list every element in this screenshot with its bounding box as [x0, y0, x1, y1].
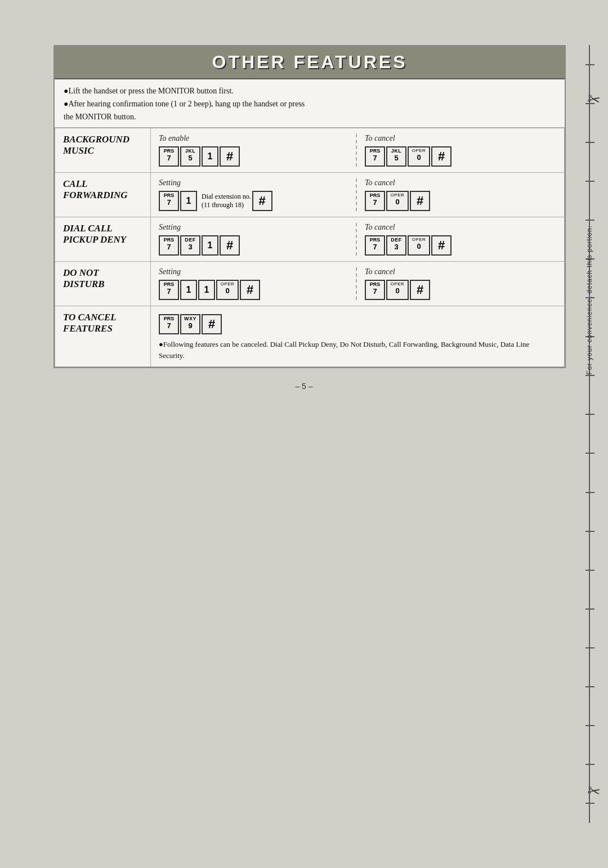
- feature-content-bg-music: To enable PRS7 JKL5 1 #: [151, 128, 565, 173]
- bg-music-enable-col: To enable PRS7 JKL5 1 #: [159, 134, 357, 167]
- feature-content-dial-call-pickup: Setting PRS7 DEF3 1 #: [151, 217, 565, 262]
- dial-call-setting-col: Setting PRS7 DEF3 1 #: [159, 223, 357, 256]
- key-prs-dnd-cancel: PRS7: [365, 280, 385, 300]
- feature-name-cancel-features: TO CANCEL FEATURES: [55, 306, 151, 367]
- bg-music-enable-sequence: PRS7 JKL5 1 #: [159, 146, 350, 167]
- right-dashes: [585, 45, 592, 823]
- key-oper-dc-cancel: OPER0: [408, 235, 430, 256]
- feature-name-bg-music: BACKGROUND MUSIC: [55, 128, 151, 173]
- key-oper-cf-cancel: OPER0: [386, 191, 409, 211]
- key-prs-dc-cancel: PRS7: [365, 235, 385, 256]
- dnd-dual-col: Setting PRS7 1 1 OPER0 #: [159, 267, 556, 300]
- dial-call-cancel-col: To cancel PRS7 DEF3 OPER0: [357, 223, 556, 256]
- key-prs-dnd-setting: PRS7: [159, 280, 179, 300]
- bg-music-dual-col: To enable PRS7 JKL5 1 #: [159, 134, 556, 167]
- key-1-cf-setting: 1: [180, 191, 197, 211]
- table-row-dial-call-pickup: DIAL CALL PICKUP DENY Setting PRS7 DEF3: [55, 217, 565, 262]
- key-prs-bg-enable: PRS7: [159, 146, 179, 167]
- feature-content-call-fwd: Setting PRS7 1 Dial extension no. (11 th…: [151, 173, 565, 217]
- call-fwd-cancel-sequence: PRS7 OPER0 #: [365, 191, 556, 211]
- intro-line1: ●Lift the handset or press the MONITOR b…: [64, 85, 556, 97]
- key-oper-dnd-setting: OPER0: [216, 280, 239, 300]
- call-fwd-setting-label: Setting: [159, 178, 350, 187]
- key-prs-bg-cancel: PRS7: [365, 146, 385, 167]
- dial-call-setting-label: Setting: [159, 223, 350, 232]
- feature-name-do-not-disturb: DO NOT DISTURB: [55, 262, 151, 306]
- call-fwd-cancel-col: To cancel PRS7 OPER0 #: [357, 178, 556, 211]
- dial-call-dual-col: Setting PRS7 DEF3 1 #: [159, 223, 556, 256]
- table-row-do-not-disturb: DO NOT DISTURB Setting PRS7 1 1: [55, 262, 565, 306]
- detach-text: For your convenience, detach this portio…: [585, 225, 608, 374]
- bg-music-cancel-sequence: PRS7 JKL5 OPER0 #: [365, 146, 556, 167]
- call-fwd-setting-sequence: PRS7 1 Dial extension no. (11 through 18…: [159, 191, 350, 211]
- key-1-bg-enable: 1: [202, 146, 218, 167]
- cancel-features-bullet: ●Following features can be canceled. Dia…: [159, 339, 556, 361]
- table-row-cancel-features: TO CANCEL FEATURES PRS7 WXY9 # ●Followin…: [55, 306, 565, 367]
- features-table: BACKGROUND MUSIC To enable PRS7 JKL5: [55, 128, 565, 367]
- feature-name-dial-call-pickup: DIAL CALL PICKUP DENY: [55, 217, 151, 262]
- key-prs-cf-cancel: PRS7: [365, 191, 385, 211]
- page-container: ✂ ✂ For your convenience, detach this po…: [0, 0, 608, 868]
- key-hash-cf-setting: #: [252, 191, 272, 211]
- dial-ext-desc: Dial extension no. (11 through 18): [202, 193, 251, 209]
- key-hash-bg-enable: #: [220, 146, 240, 167]
- key-jkl-bg-cancel: JKL5: [386, 146, 406, 167]
- key-hash-bg-cancel: #: [431, 146, 451, 167]
- feature-content-cancel-features: PRS7 WXY9 # ●Following features can be c…: [151, 306, 565, 367]
- key-oper-bg-cancel: OPER0: [408, 146, 430, 167]
- key-jkl-bg-enable: JKL5: [180, 146, 200, 167]
- key-hash-dc-setting: #: [220, 235, 240, 256]
- key-hash-cancel-feat: #: [202, 314, 222, 334]
- call-fwd-dual-col: Setting PRS7 1 Dial extension no. (11 th…: [159, 178, 556, 211]
- key-def-dc-setting: DEF3: [180, 235, 200, 256]
- bg-music-cancel-col: To cancel PRS7 JKL5 OPER0: [357, 134, 556, 167]
- key-prs-dc-setting: PRS7: [159, 235, 179, 256]
- key-hash-cf-cancel: #: [410, 191, 430, 211]
- call-fwd-cancel-label: To cancel: [365, 178, 556, 187]
- key-hash-dc-cancel: #: [431, 235, 451, 256]
- key-oper-dnd-cancel: OPER0: [386, 280, 409, 300]
- feature-name-call-fwd: CALL FORWARDING: [55, 173, 151, 217]
- key-prs-cancel-feat: PRS7: [159, 314, 179, 334]
- table-row-call-forwarding: CALL FORWARDING Setting PRS7 1: [55, 173, 565, 217]
- key-hash-dnd-cancel: #: [410, 280, 430, 300]
- bg-music-cancel-label: To cancel: [365, 134, 556, 143]
- key-def-dc-cancel: DEF3: [386, 235, 406, 256]
- key-hash-dnd-setting: #: [240, 280, 260, 300]
- dnd-setting-label: Setting: [159, 267, 350, 276]
- cancel-features-sequence: PRS7 WXY9 #: [159, 314, 556, 334]
- intro-section: ●Lift the handset or press the MONITOR b…: [55, 79, 565, 128]
- dnd-setting-col: Setting PRS7 1 1 OPER0 #: [159, 267, 357, 300]
- dnd-cancel-label: To cancel: [365, 267, 556, 276]
- dnd-setting-sequence: PRS7 1 1 OPER0 #: [159, 280, 350, 300]
- table-row-background-music: BACKGROUND MUSIC To enable PRS7 JKL5: [55, 128, 565, 173]
- dial-call-cancel-label: To cancel: [365, 223, 556, 232]
- scissors-top-icon: ✂: [585, 89, 601, 109]
- feature-content-do-not-disturb: Setting PRS7 1 1 OPER0 #: [151, 262, 565, 306]
- key-1a-dnd-setting: 1: [180, 280, 197, 300]
- call-fwd-setting-col: Setting PRS7 1 Dial extension no. (11 th…: [159, 178, 357, 211]
- bg-music-enable-label: To enable: [159, 134, 350, 143]
- intro-line2: ●After hearing confirmation tone (1 or 2…: [64, 98, 556, 110]
- dial-call-cancel-sequence: PRS7 DEF3 OPER0 #: [365, 235, 556, 256]
- dial-call-setting-sequence: PRS7 DEF3 1 #: [159, 235, 350, 256]
- dnd-cancel-sequence: PRS7 OPER0 #: [365, 280, 556, 300]
- key-1b-dnd-setting: 1: [198, 280, 215, 300]
- main-content-box: OTHER FEATURES ●Lift the handset or pres…: [53, 45, 566, 368]
- key-1-dc-setting: 1: [202, 235, 218, 256]
- page-number: – 5 –: [295, 382, 312, 391]
- dnd-cancel-col: To cancel PRS7 OPER0 #: [357, 267, 556, 300]
- page-title: OTHER FEATURES: [212, 52, 408, 72]
- scissors-bottom-icon: ✂: [585, 781, 601, 801]
- intro-line3: the MONITOR button.: [64, 111, 556, 123]
- key-prs-cf-setting: PRS7: [159, 191, 179, 211]
- key-wxy-cancel-feat: WXY9: [180, 314, 200, 334]
- page-header: OTHER FEATURES: [55, 46, 565, 79]
